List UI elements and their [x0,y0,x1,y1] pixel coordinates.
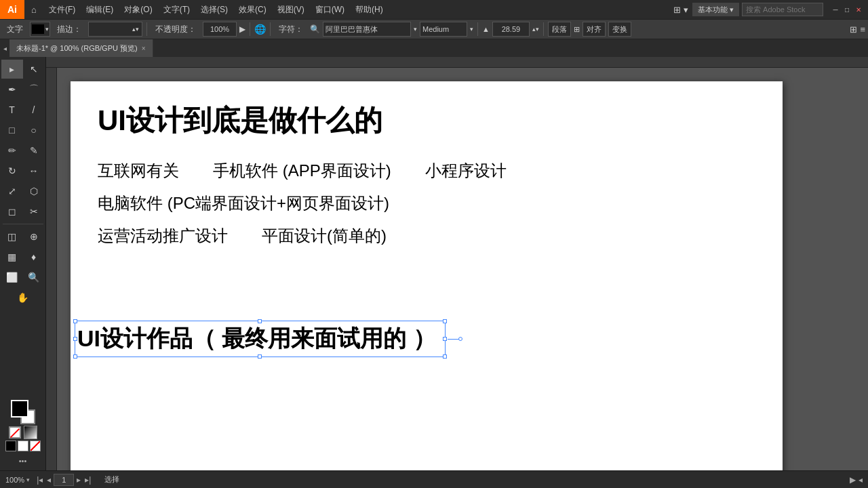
workspace-button[interactable]: 基本功能 ▾ [692,3,739,16]
handle-br[interactable] [443,354,447,359]
tab-scroll-left[interactable]: ◂ [0,39,9,57]
content-row-2[interactable]: 电脑软件 (PC端界面设计+网页界面设计) [98,192,755,214]
transform-button[interactable]: 变换 [608,22,631,37]
stop-button[interactable]: ◂ [859,475,863,485]
scissors-tool[interactable]: ✂ [23,202,45,221]
status-text: 选择 [104,475,119,483]
more-tools-button[interactable]: ••• [19,457,27,465]
black-swatch[interactable] [5,441,16,451]
last-page-button[interactable]: ▸| [83,475,92,485]
stroke-label: 描边： [53,24,85,35]
white-swatch[interactable] [18,441,28,451]
font-name-input[interactable] [323,22,411,37]
selection-tool[interactable]: ▸ [1,60,23,79]
pencil-tool[interactable]: ✎ [23,141,45,160]
reflect-tool[interactable]: ↔ [23,161,45,180]
handle-tl[interactable] [73,319,77,323]
extend-dot[interactable] [458,337,462,341]
handle-mr[interactable] [443,337,447,341]
fill-stroke-swatches[interactable] [11,400,35,424]
shaper-tool[interactable]: ⬡ [23,182,45,201]
none-swatch[interactable] [30,441,41,451]
layout-icon[interactable]: ⊞ ▾ [673,5,688,15]
first-page-button[interactable]: |◂ [35,475,44,485]
content-item-1-3[interactable]: 小程序设计 [425,160,507,182]
fill-color-block [32,24,44,34]
handle-tr[interactable] [443,319,447,323]
menu-bar: Ai ⌂ 文件(F) 编辑(E) 对象(O) 文字(T) 选择(S) 效果(C)… [0,0,868,19]
artboard-tool[interactable]: ⬜ [1,268,23,287]
zoom-arrow[interactable]: ▾ [26,476,30,483]
ellipse-tool[interactable]: ○ [23,121,45,140]
gradient-tool[interactable]: ◫ [1,227,23,246]
tool-row-gradient: ◫ ⊕ [1,227,45,246]
play-button[interactable]: ▶ [850,475,856,485]
handle-tc[interactable] [258,319,262,323]
restore-button[interactable]: □ [842,4,852,15]
selected-textbox[interactable]: UI设计作品（ 最终用来面试用的 ） [77,323,436,354]
hand-tool[interactable]: ✋ [12,288,34,307]
panel-toggle-icon[interactable]: ⊞ [850,24,857,35]
swatch-row [9,426,37,439]
next-page-button[interactable]: ▸ [75,475,82,485]
menu-window[interactable]: 窗口(W) [310,0,350,19]
type-tool[interactable]: T [1,100,23,119]
fill-color-preview[interactable]: ▾ [30,22,50,37]
stock-search-input[interactable] [742,3,823,16]
tool-row-pen: ✒ ⌒ [1,80,45,99]
handle-bl[interactable] [73,354,77,359]
eraser-tool[interactable]: ◻ [1,202,23,221]
content-item-3-2[interactable]: 平面设计(简单的) [262,225,387,247]
rotate-tool[interactable]: ↻ [1,161,23,180]
tab-close-button[interactable]: × [142,45,146,52]
close-button[interactable]: ✕ [853,4,864,15]
content-item-1-1[interactable]: 互联网有关 [98,160,179,182]
gradient-swatch[interactable] [24,426,37,439]
menu-text[interactable]: 文字(T) [158,0,195,19]
document-tab[interactable]: 未标题-1* @ 100% (RGB/GPU 预览) × [9,39,153,57]
scale-tool[interactable]: ⤢ [1,182,23,201]
artboard[interactable]: UI设计到底是做什么的 互联网有关 手机软件 (APP界面设计) 小程序设计 电… [71,81,783,470]
canvas-area[interactable]: UI设计到底是做什么的 互联网有关 手机软件 (APP界面设计) 小程序设计 电… [46,57,868,470]
direct-select-tool[interactable]: ↖ [23,60,45,79]
page-navigation: |◂ ◂ ▸ ▸| [35,474,92,486]
tool-row-brush: ✏ ✎ [1,141,45,160]
menu-help[interactable]: 帮助(H) [350,0,389,19]
content-item-3-1[interactable]: 运营活动推广设计 [98,225,228,247]
content-item-1-2[interactable]: 手机软件 (APP界面设计) [213,160,391,182]
opacity-input[interactable] [203,22,237,37]
zoom-value[interactable]: 100% [5,476,24,484]
no-fill-swatch[interactable] [9,426,21,439]
symbol-tool[interactable]: ♦ [23,247,45,266]
canvas-content: UI设计到底是做什么的 互联网有关 手机软件 (APP界面设计) 小程序设计 电… [57,68,868,470]
menu-object[interactable]: 对象(O) [119,0,157,19]
font-weight-select[interactable] [420,22,467,37]
panel-menu-icon[interactable]: ≡ [860,24,865,35]
curvature-tool[interactable]: ⌒ [23,80,45,99]
align-button[interactable]: 对齐 [583,22,606,37]
artboard-content: UI设计到底是做什么的 互联网有关 手机软件 (APP界面设计) 小程序设计 电… [71,81,783,278]
paragraph-button[interactable]: 段落 [548,22,571,37]
prev-page-button[interactable]: ◂ [45,475,52,485]
stroke-selector[interactable]: ▴▾ [88,22,142,37]
paintbrush-tool[interactable]: ✏ [1,141,23,160]
eyedropper-tool[interactable]: ⊕ [23,227,45,246]
selected-text-content[interactable]: UI设计作品（ 最终用来面试用的 ） [77,325,436,351]
menu-file[interactable]: 文件(F) [43,0,81,19]
menu-effect[interactable]: 效果(C) [233,0,272,19]
home-icon[interactable]: ⌂ [24,0,43,19]
rectangle-tool[interactable]: □ [1,121,23,140]
menu-edit[interactable]: 编辑(E) [81,0,119,19]
fill-swatch[interactable] [11,400,28,418]
zoom-tool[interactable]: 🔍 [23,268,45,287]
font-size-input[interactable] [492,22,530,37]
chart-tool[interactable]: ▦ [1,247,23,266]
menu-view[interactable]: 视图(V) [272,0,310,19]
pen-tool[interactable]: ✒ [1,80,23,99]
menu-select[interactable]: 选择(S) [195,0,233,19]
page-number-input[interactable] [54,474,74,486]
minimize-button[interactable]: ─ [830,4,841,15]
title-text[interactable]: UI设计到底是做什么的 [98,102,755,140]
line-tool[interactable]: / [23,100,45,119]
handle-bc[interactable] [258,354,262,359]
